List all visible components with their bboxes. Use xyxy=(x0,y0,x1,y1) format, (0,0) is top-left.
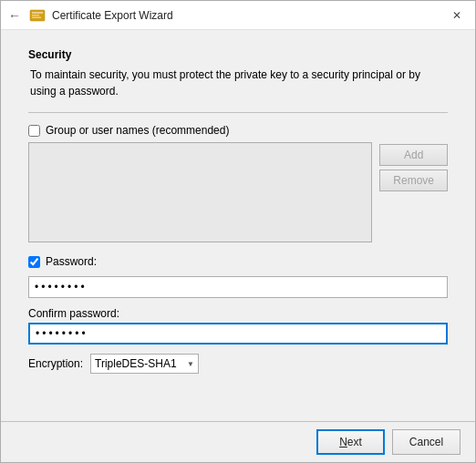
group-checkbox[interactable] xyxy=(28,125,40,137)
svg-rect-2 xyxy=(32,15,39,16)
password-block: Password: xyxy=(28,255,448,298)
title-bar-left: ← Certificate Export Wizard xyxy=(8,6,173,25)
dialog-window: ← Certificate Export Wizard ✕ Security T… xyxy=(0,0,476,463)
encryption-row: Encryption: TripleDES-SHA1 AES256-SHA256 xyxy=(28,354,448,374)
back-button[interactable]: ← xyxy=(8,8,21,23)
cancel-button[interactable]: Cancel xyxy=(392,429,460,455)
encryption-label: Encryption: xyxy=(28,357,83,370)
confirm-password-block: Confirm password: xyxy=(28,307,448,345)
encryption-select-wrapper: TripleDES-SHA1 AES256-SHA256 xyxy=(90,354,199,374)
confirm-password-input[interactable] xyxy=(28,323,448,345)
group-panel xyxy=(28,142,372,242)
svg-rect-1 xyxy=(32,12,43,14)
password-checkbox-label[interactable]: Password: xyxy=(46,255,97,268)
group-buttons: Add Remove xyxy=(379,142,448,242)
group-panel-row: Add Remove xyxy=(28,142,448,242)
wizard-icon xyxy=(28,6,47,25)
svg-rect-3 xyxy=(32,16,41,18)
encryption-select[interactable]: TripleDES-SHA1 AES256-SHA256 xyxy=(90,354,199,374)
remove-button[interactable]: Remove xyxy=(379,170,448,191)
add-button[interactable]: Add xyxy=(379,144,448,166)
dialog-title: Certificate Export Wizard xyxy=(52,9,173,22)
group-checkbox-row: Group or user names (recommended) xyxy=(28,124,448,137)
password-checkbox[interactable] xyxy=(28,256,40,268)
divider xyxy=(28,112,448,113)
dialog-footer: Next Cancel xyxy=(1,421,475,462)
title-bar: ← Certificate Export Wizard ✕ xyxy=(1,1,475,30)
next-underline-char: N xyxy=(339,436,347,448)
confirm-label: Confirm password: xyxy=(28,307,448,320)
section-title: Security xyxy=(28,48,448,61)
close-button[interactable]: ✕ xyxy=(446,5,468,26)
group-checkbox-label[interactable]: Group or user names (recommended) xyxy=(46,124,229,137)
section-description: To maintain security, you must protect t… xyxy=(28,67,448,99)
password-checkbox-row: Password: xyxy=(28,255,448,268)
password-input[interactable] xyxy=(28,276,448,298)
next-rest-label: ext xyxy=(347,436,362,448)
main-content: Security To maintain security, you must … xyxy=(1,30,475,421)
next-button[interactable]: Next xyxy=(316,429,385,455)
